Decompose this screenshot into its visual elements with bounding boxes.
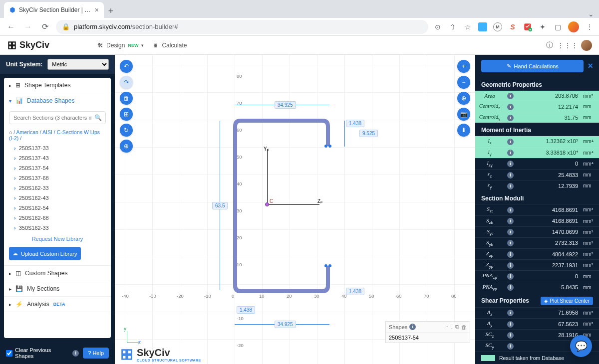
browser-tab[interactable]: SkyCiv Section Builder | SkyCi × xyxy=(4,2,104,18)
info-icon[interactable]: i xyxy=(507,240,514,246)
help-icon[interactable]: ⓘ xyxy=(545,41,554,50)
share-icon[interactable]: ⇧ xyxy=(448,22,457,31)
info-icon[interactable]: i xyxy=(507,218,514,224)
shape-list-item[interactable]: 250S162-68 xyxy=(4,213,111,223)
acc-shape-templates[interactable]: ▸ ⊞ Shape Templates xyxy=(4,78,111,93)
menu-design[interactable]: 🛠 Design NEW ▾ xyxy=(97,42,144,49)
extension-icon[interactable] xyxy=(478,22,487,31)
bookmark-icon[interactable]: ☆ xyxy=(463,22,472,31)
help-button[interactable]: ? Help xyxy=(83,348,109,359)
clear-prev-checkbox[interactable]: Clear Previous Shapes i xyxy=(6,347,79,359)
close-panel-icon[interactable]: × xyxy=(588,61,593,71)
info-icon[interactable]: i xyxy=(507,321,514,328)
upload-library-button[interactable]: ☁ Upload Custom Library xyxy=(9,247,81,260)
arrow-up-icon[interactable]: ↑ xyxy=(446,324,449,330)
hand-calculations-button[interactable]: ✎ Hand Calculations xyxy=(481,60,584,72)
acc-analysis[interactable]: ▸ ⚡ Analysis BETA xyxy=(4,297,111,312)
close-icon[interactable]: × xyxy=(95,6,99,14)
delete-button[interactable]: 🗑 xyxy=(120,92,133,105)
unit-system-row: Unit System: Metric xyxy=(0,55,115,74)
plot-shear-center-button[interactable]: ◈ Plot Shear Center xyxy=(541,297,594,305)
window-icon[interactable]: ▢ xyxy=(553,22,562,31)
info-icon[interactable]: i xyxy=(507,262,514,269)
info-icon[interactable]: i xyxy=(507,161,514,167)
result-row: PNAypi-5.8435mm xyxy=(475,282,599,293)
info-icon[interactable]: i xyxy=(72,350,79,357)
canvas-area[interactable]: ↶ ↷ 🗑 ⊞ ↻ ⊕ + − ⊕ 📷 ⬇ -40-30-20-10010203… xyxy=(115,55,475,364)
info-icon[interactable]: i xyxy=(507,251,514,258)
copy-icon[interactable]: ⧉ xyxy=(455,324,459,330)
shape-list-item[interactable]: 250S162-43 xyxy=(4,193,111,203)
info-icon[interactable]: i xyxy=(507,93,514,99)
y-tick: -20 xyxy=(237,343,244,348)
info-icon[interactable]: i xyxy=(507,104,514,110)
extension-icon[interactable]: M xyxy=(493,22,502,31)
info-icon[interactable]: i xyxy=(507,273,514,280)
rotate-button[interactable]: ↻ xyxy=(120,124,133,137)
new-tab-button[interactable]: + xyxy=(104,4,118,18)
extensions-icon[interactable]: ✦ xyxy=(538,22,547,31)
info-icon[interactable]: i xyxy=(507,183,514,189)
shapes-panel-item[interactable]: 250S137-54 xyxy=(386,333,470,343)
chevron-down-icon: ▾ xyxy=(141,43,144,48)
home-icon[interactable]: ⌂ xyxy=(9,129,12,135)
zoom-out-button[interactable]: − xyxy=(457,76,470,89)
info-icon[interactable]: i xyxy=(507,207,514,213)
chevron-down-icon[interactable]: ⌄ xyxy=(583,10,599,18)
menu-calculate[interactable]: 🖩 Calculate xyxy=(153,42,187,49)
grid-button[interactable]: ⊞ xyxy=(120,108,133,121)
calculator-icon: 🖩 xyxy=(153,42,159,49)
shape-list-item[interactable]: 250S162-33 xyxy=(4,183,111,193)
redo-button[interactable]: ↷ xyxy=(120,76,133,89)
search-icon[interactable]: ⊙ xyxy=(433,22,442,31)
download-button[interactable]: ⬇ xyxy=(457,124,470,137)
info-icon[interactable]: i xyxy=(409,324,416,330)
zoom-in-button[interactable]: + xyxy=(457,60,470,73)
extension-icon[interactable]: S xyxy=(508,22,517,31)
info-icon[interactable]: i xyxy=(507,310,514,316)
arrow-down-icon[interactable]: ↓ xyxy=(451,324,454,330)
acc-my-sections[interactable]: ▸ 💾 My Sections xyxy=(4,281,111,296)
snapshot-button[interactable]: 📷 xyxy=(457,108,470,121)
extension-icon[interactable] xyxy=(523,22,532,31)
unit-select[interactable]: Metric xyxy=(47,59,109,70)
app-logo[interactable]: SkyCiv xyxy=(7,40,49,50)
centroid-button[interactable]: ⊕ xyxy=(120,140,133,153)
menu-icon[interactable]: ⋮ xyxy=(585,22,594,31)
reload-button[interactable]: ⟳ xyxy=(39,21,51,33)
info-icon[interactable]: i xyxy=(507,284,514,291)
section-search-input[interactable] xyxy=(9,111,106,124)
library-breadcrumb[interactable]: ⌂ / American / AISI / C-Sections W Lips … xyxy=(4,127,111,143)
trash-icon[interactable]: 🗑 xyxy=(461,324,467,330)
x-tick: -30 xyxy=(149,293,156,299)
info-icon[interactable]: i xyxy=(507,332,514,339)
info-icon[interactable]: i xyxy=(507,343,514,350)
shape-list-item[interactable]: 250S162-54 xyxy=(4,203,111,213)
shape-list-item[interactable]: 250S137-33 xyxy=(4,143,111,153)
save-icon: 💾 xyxy=(15,285,23,292)
svg-point-3 xyxy=(324,145,327,148)
address-bar[interactable]: 🔒 platform.skyciv.com/section-builder# xyxy=(56,20,428,34)
section-shape[interactable] xyxy=(233,119,333,293)
profile-avatar[interactable] xyxy=(568,21,579,32)
acc-custom-shapes[interactable]: ▸ ◫ Custom Shapes xyxy=(4,266,111,281)
acc-database-shapes[interactable]: ▾ 📊 Database Shapes xyxy=(4,93,111,108)
shape-list-item[interactable]: 350S162-33 xyxy=(4,223,111,233)
user-avatar[interactable] xyxy=(581,40,592,51)
fit-button[interactable]: ⊕ xyxy=(457,92,470,105)
back-button[interactable]: ← xyxy=(5,21,17,33)
request-library-link[interactable]: Request New Library xyxy=(4,233,111,245)
info-icon[interactable]: i xyxy=(507,139,514,145)
shape-list-item[interactable]: 250S137-54 xyxy=(4,163,111,173)
forward-button[interactable]: → xyxy=(22,21,34,33)
shape-list-item[interactable]: 250S137-43 xyxy=(4,153,111,163)
info-icon[interactable]: i xyxy=(507,229,514,235)
info-icon[interactable]: i xyxy=(507,150,514,156)
canvas-grid[interactable]: ↶ ↷ 🗑 ⊞ ↻ ⊕ + − ⊕ 📷 ⬇ -40-30-20-10010203… xyxy=(115,55,475,364)
chat-button[interactable]: 💬 xyxy=(570,335,592,357)
shape-list-item[interactable]: 250S137-68 xyxy=(4,173,111,183)
info-icon[interactable]: i xyxy=(507,172,514,179)
undo-button[interactable]: ↶ xyxy=(120,60,133,73)
info-icon[interactable]: i xyxy=(507,115,514,121)
apps-icon[interactable]: ⋮⋮⋮ xyxy=(563,41,572,50)
